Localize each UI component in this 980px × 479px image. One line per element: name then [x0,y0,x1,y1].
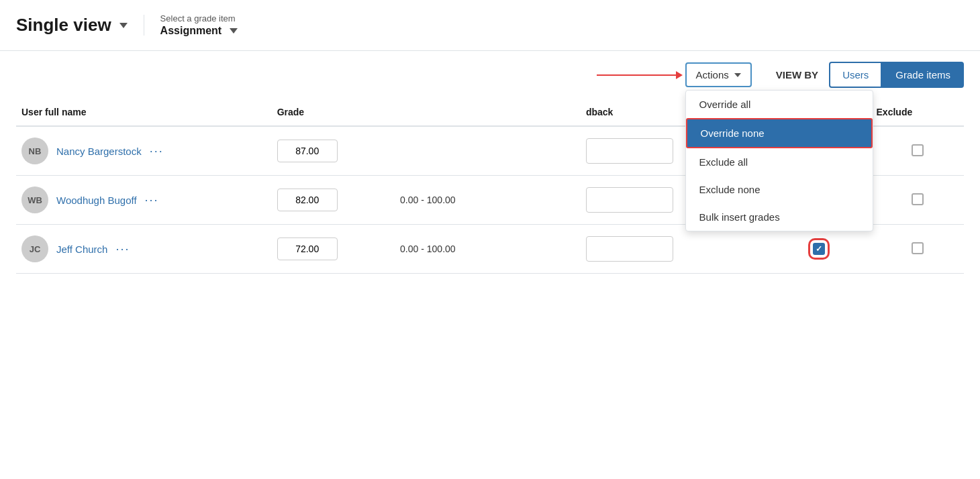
avatar: WB [21,187,48,213]
more-options-button[interactable]: ··· [150,144,164,158]
avatar: NB [21,138,48,164]
user-cell: WB Woodhugh Bugoff ··· [21,187,266,213]
dropdown-item-exclude-none[interactable]: Exclude none [686,176,873,203]
dropdown-item-bulk-insert[interactable]: Bulk insert grades [686,203,873,231]
dropdown-item-exclude-all[interactable]: Exclude all [686,148,873,176]
users-view-button[interactable]: Users [829,62,882,88]
override-checkbox-highlighted[interactable] [813,243,825,255]
actions-dropdown-menu: Override all Override none Exclude all E… [685,90,873,231]
arrow-annotation [597,74,675,76]
feedback-input[interactable] [586,187,673,213]
col-exclude: Exclude [871,99,964,126]
col-grade: Grade [272,99,395,126]
user-cell: NB Nancy Bargerstock ··· [21,138,266,164]
grade-item-label: Select a grade item [160,13,238,23]
actions-dropdown[interactable]: Actions Override all Override none Exclu… [685,62,752,87]
dropdown-item-override-none[interactable]: Override none [686,118,873,148]
view-by-toggle: Users Grade items [829,62,964,88]
page-title[interactable]: Single view [16,15,144,36]
more-options-button[interactable]: ··· [115,242,130,256]
exclude-cell [871,126,964,176]
feedback-input[interactable] [586,138,673,164]
page-title-text: Single view [16,15,111,36]
red-arrow-icon [597,74,677,76]
page-title-chevron-icon[interactable] [119,23,128,28]
grade-input[interactable] [277,237,338,260]
view-by-label: VIEW BY [776,69,818,81]
actions-chevron-icon [734,73,741,77]
dropdown-item-override-all[interactable]: Override all [686,91,873,118]
exclude-cell [871,225,964,274]
user-name[interactable]: Jeff Church [56,244,107,255]
exclude-checkbox[interactable] [912,193,924,205]
page-header: Single view Select a grade item Assignme… [0,0,980,51]
feedback-input[interactable] [586,236,673,262]
exclude-cell [871,176,964,225]
override-cell [767,225,871,274]
range-text: 0.00 - 100.00 [400,195,456,205]
range-cell [395,126,581,176]
grade-input[interactable] [277,140,338,162]
actions-button[interactable]: Actions [685,62,752,87]
grade-item-selector[interactable]: Select a grade item Assignment [144,8,254,42]
grade-items-view-button[interactable]: Grade items [882,62,964,88]
table-row: JC Jeff Church ··· 0.00 - 100.00 [16,225,964,274]
range-text: 0.00 - 100.00 [400,244,456,254]
exclude-checkbox[interactable] [912,242,924,254]
grade-item-chevron-icon[interactable] [230,28,238,34]
grade-item-value: Assignment [160,25,238,37]
toolbar: Actions Override all Override none Exclu… [0,51,980,99]
range-cell: 0.00 - 100.00 [395,225,581,274]
range-cell: 0.00 - 100.00 [395,176,581,225]
grade-input[interactable] [277,189,338,211]
actions-label: Actions [696,69,729,81]
col-user-full-name: User full name [16,99,272,126]
avatar: JC [21,235,48,262]
user-cell: JC Jeff Church ··· [21,235,266,262]
exclude-checkbox[interactable] [912,144,924,156]
user-name[interactable]: Woodhugh Bugoff [56,195,137,206]
more-options-button[interactable]: ··· [145,193,159,207]
col-range [395,99,581,126]
user-name[interactable]: Nancy Bargerstock [56,146,142,157]
